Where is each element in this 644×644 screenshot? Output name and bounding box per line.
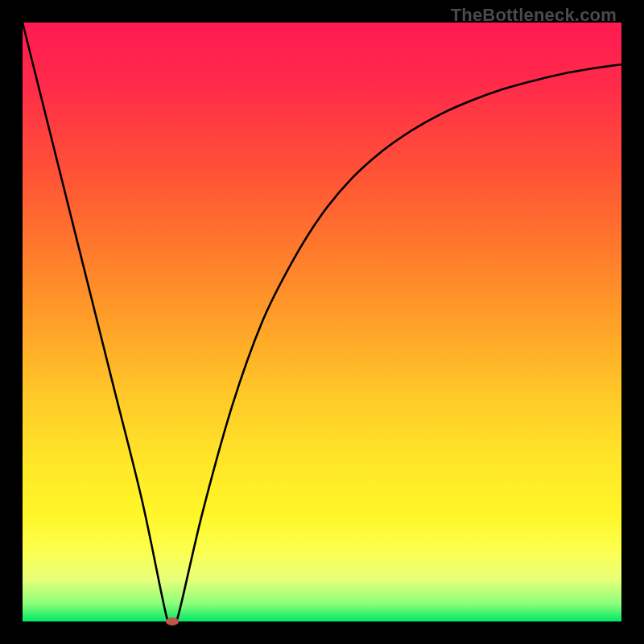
optimal-point-marker bbox=[166, 617, 179, 625]
line-plot-svg bbox=[23, 23, 621, 621]
chart-frame: TheBottleneck.com bbox=[0, 0, 644, 644]
plot-area bbox=[23, 23, 621, 621]
bottleneck-curve-path bbox=[23, 23, 621, 626]
